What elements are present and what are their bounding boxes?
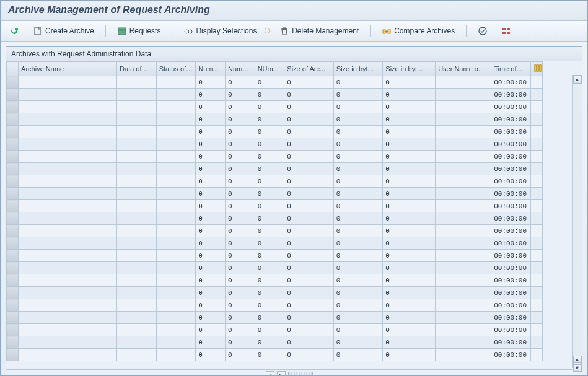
row-selector[interactable] [7, 188, 19, 200]
row-selector[interactable] [7, 126, 19, 138]
row-selector[interactable] [7, 287, 19, 299]
row-pad [530, 312, 542, 324]
table-row[interactable]: 00000000:00:00 [7, 138, 543, 151]
cell-archive_name [19, 163, 117, 175]
table-row[interactable]: 00000000:00:00 [7, 237, 543, 250]
scroll-up-button[interactable]: ▲ [573, 75, 582, 84]
table-row[interactable]: 00000000:00:00 [7, 336, 543, 349]
archives-panel: Archives with Request Administration Dat… [6, 46, 582, 376]
table-row[interactable]: 00000000:00:00 [7, 212, 543, 225]
hscroll-track[interactable] [288, 372, 313, 377]
row-selector[interactable] [7, 212, 19, 225]
table-row[interactable]: 00000000:00:00 [7, 250, 543, 262]
table-row[interactable]: 00000000:00:00 [7, 113, 543, 126]
row-pad [530, 76, 542, 89]
table-row[interactable]: 00000000:00:00 [7, 312, 543, 324]
cell-num3: 0 [255, 89, 284, 101]
col-user-name[interactable]: User Name o... [436, 62, 491, 76]
compare-archives-button[interactable]: Compare Archives [379, 25, 457, 37]
display-selections-button[interactable]: Display Selections [181, 25, 259, 37]
cell-num2: 0 [225, 336, 255, 349]
cell-size_byt1: 0 [333, 262, 383, 274]
col-archive-name[interactable]: Archive Name [19, 62, 117, 76]
row-selector[interactable] [7, 89, 19, 101]
scroll-down-button[interactable]: ▼ [573, 364, 582, 372]
table-row[interactable]: 00000000:00:00 [7, 274, 543, 287]
table-row[interactable]: 00000000:00:00 [7, 89, 543, 101]
cell-num1: 0 [196, 312, 226, 324]
cell-num1: 0 [196, 349, 226, 361]
row-selector[interactable] [7, 113, 19, 126]
table-row[interactable]: 00000000:00:00 [7, 200, 543, 212]
row-selector[interactable] [7, 336, 19, 349]
col-size-arc[interactable]: Size of Arc... [284, 62, 334, 76]
row-selector[interactable] [7, 76, 19, 89]
execute-button[interactable] [475, 25, 490, 37]
panel-title: Archives with Request Administration Dat… [6, 47, 582, 61]
delete-management-button[interactable]: Delete Management [277, 25, 361, 37]
row-selector[interactable] [7, 151, 19, 163]
scroll-right-button[interactable]: ► [277, 371, 286, 377]
cell-size_byt2: 0 [383, 188, 436, 200]
col-num1[interactable]: Num... [196, 62, 226, 76]
cell-size_arc: 0 [284, 274, 334, 287]
cell-num3: 0 [255, 163, 284, 175]
svg-rect-13 [535, 65, 537, 72]
scroll-up2-button[interactable]: ▲ [573, 356, 582, 363]
table-row[interactable]: 00000000:00:00 [7, 299, 543, 312]
col-data-of-cr[interactable]: Data of Cr... [117, 62, 157, 76]
create-archive-button[interactable]: Create Archive [30, 25, 97, 37]
row-selector[interactable] [7, 200, 19, 212]
select-all-header[interactable] [7, 62, 19, 76]
row-selector[interactable] [7, 237, 19, 250]
table-row[interactable]: 00000000:00:00 [7, 151, 543, 163]
table-row[interactable]: 00000000:00:00 [7, 324, 543, 336]
table-row[interactable]: 00000000:00:00 [7, 101, 543, 113]
cell-status_of [156, 250, 196, 262]
cell-num2: 0 [225, 299, 255, 312]
table-row[interactable]: 00000000:00:00 [7, 262, 543, 274]
row-selector[interactable] [7, 349, 19, 361]
table-row[interactable]: 00000000:00:00 [7, 349, 543, 361]
row-selector[interactable] [7, 225, 19, 237]
horizontal-scrollbar[interactable]: ◄ ► [6, 369, 572, 376]
table-row[interactable]: 00000000:00:00 [7, 188, 543, 200]
table-row[interactable]: 00000000:00:00 [7, 175, 543, 188]
row-selector[interactable] [7, 175, 19, 188]
row-selector[interactable] [7, 299, 19, 312]
col-num3[interactable]: NUm... [255, 62, 284, 76]
col-size-byt2[interactable]: Size in byt... [383, 62, 436, 76]
table-row[interactable]: 00000000:00:00 [7, 225, 543, 237]
row-selector[interactable] [7, 324, 19, 336]
col-status-of[interactable]: Status of ... [156, 62, 196, 76]
scroll-left-button[interactable]: ◄ [266, 371, 274, 377]
toolbar-extra-button[interactable] [499, 25, 514, 37]
row-selector[interactable] [7, 312, 19, 324]
table-row[interactable]: 00000000:00:00 [7, 163, 543, 175]
table-row[interactable]: 00000000:00:00 [7, 287, 543, 299]
cell-data_of_cr [117, 188, 157, 200]
svg-rect-12 [507, 32, 510, 34]
cell-num3: 0 [255, 274, 284, 287]
row-selector[interactable] [7, 138, 19, 151]
row-selector[interactable] [7, 250, 19, 262]
row-selector[interactable] [7, 163, 19, 175]
requests-button[interactable]: Requests [115, 25, 164, 37]
vertical-scrollbar[interactable]: ▲ ▲ ▼ [572, 75, 582, 368]
table-row[interactable]: 00000000:00:00 [7, 126, 543, 138]
grid-container: Archive Name Data of Cr... Status of ...… [6, 61, 582, 376]
archives-table[interactable]: Archive Name Data of Cr... Status of ...… [6, 61, 543, 361]
col-num2[interactable]: Num... [225, 62, 255, 76]
toolbar-separator [105, 25, 106, 37]
row-selector[interactable] [7, 101, 19, 113]
refresh-button[interactable] [7, 25, 22, 37]
configure-columns-button[interactable] [530, 62, 542, 76]
col-size-byt1[interactable]: Size in byt... [333, 62, 383, 76]
row-selector[interactable] [7, 262, 19, 274]
col-time-of[interactable]: Time of... [491, 62, 531, 76]
svg-rect-3 [118, 33, 126, 35]
cell-size_byt1: 0 [333, 138, 383, 151]
row-selector[interactable] [7, 274, 19, 287]
table-row[interactable]: 00000000:00:00 [7, 76, 543, 89]
cell-size_byt1: 0 [333, 274, 383, 287]
